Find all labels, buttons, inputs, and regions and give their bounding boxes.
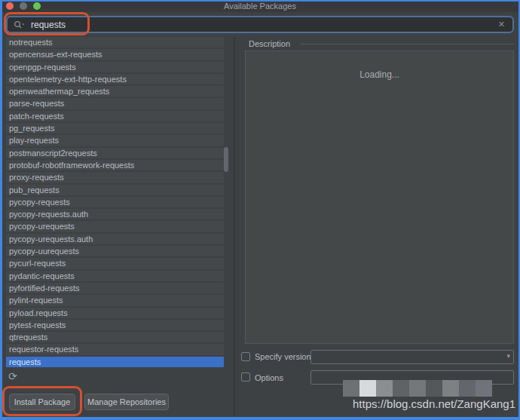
list-item[interactable]: pycopy-requests bbox=[6, 197, 224, 207]
list-item[interactable]: opentelemetry-ext-http-requests bbox=[6, 74, 224, 84]
clear-search-icon[interactable]: ✕ bbox=[497, 20, 506, 29]
list-item[interactable]: pub_requests bbox=[6, 185, 224, 195]
list-item[interactable]: requests bbox=[6, 357, 224, 367]
mosaic-block bbox=[343, 380, 359, 397]
list-item[interactable]: opencensus-ext-requests bbox=[6, 49, 224, 60]
watermark-mosaic bbox=[343, 380, 492, 397]
manage-repositories-button[interactable]: Manage Repositories bbox=[84, 394, 169, 410]
list-item[interactable]: play-requests bbox=[6, 135, 224, 146]
title-bar: Available Packages bbox=[0, 0, 520, 12]
description-header-line bbox=[300, 44, 514, 44]
mosaic-block bbox=[393, 380, 409, 397]
mosaic-block bbox=[409, 380, 426, 397]
minimize-button[interactable] bbox=[20, 2, 27, 10]
panel-splitter[interactable] bbox=[234, 37, 235, 415]
mosaic-block bbox=[376, 380, 393, 397]
description-panel: Loading... bbox=[245, 51, 514, 344]
list-item[interactable]: pydantic-requests bbox=[6, 271, 224, 281]
list-item[interactable]: pycopy-urequests bbox=[6, 221, 224, 231]
list-item[interactable]: pytest-requests bbox=[6, 320, 224, 330]
zoom-button[interactable] bbox=[33, 2, 41, 10]
list-item[interactable]: pycopy-requests.auth bbox=[6, 209, 224, 219]
list-item[interactable]: qtrequests bbox=[6, 332, 224, 342]
options-label: Options bbox=[255, 373, 283, 382]
list-item[interactable]: postmanscript2requests bbox=[6, 148, 224, 158]
list-item[interactable]: pylint-requests bbox=[6, 295, 224, 305]
mosaic-block bbox=[359, 380, 376, 397]
mosaic-block bbox=[459, 380, 476, 397]
list-item[interactable]: openpgp-requests bbox=[6, 62, 224, 72]
list-scrollbar-thumb[interactable] bbox=[224, 147, 228, 172]
list-item[interactable]: pyload.requests bbox=[6, 308, 224, 318]
search-input[interactable] bbox=[31, 20, 497, 30]
list-item[interactable]: protobuf-robotframework-requests bbox=[6, 160, 224, 170]
mosaic-block bbox=[442, 380, 459, 397]
close-button[interactable] bbox=[6, 2, 14, 10]
mosaic-block bbox=[426, 380, 442, 397]
refresh-icon[interactable]: ⟳ bbox=[8, 371, 17, 382]
list-item[interactable]: pycopy-urequests.auth bbox=[6, 234, 224, 244]
annotation-search-highlight bbox=[4, 12, 90, 35]
list-item[interactable]: notrequests bbox=[6, 37, 224, 48]
annotation-install-highlight bbox=[2, 386, 82, 416]
list-item[interactable]: pycopy-uurequests bbox=[6, 246, 224, 256]
list-item[interactable]: requestor-requests bbox=[6, 344, 224, 354]
window-title: Available Packages bbox=[0, 0, 520, 12]
specify-version-checkbox[interactable] bbox=[241, 352, 250, 361]
list-item[interactable]: patch-requests bbox=[6, 111, 224, 121]
version-combo-input[interactable] bbox=[310, 350, 514, 364]
list-item[interactable]: parse-requests bbox=[6, 98, 224, 109]
description-header: Description bbox=[249, 39, 290, 48]
list-item[interactable]: pycurl-requests bbox=[6, 258, 224, 268]
version-combobox[interactable]: ▾ bbox=[310, 350, 514, 364]
watermark-text: https://blog.csdn.net/ZangKang1 bbox=[353, 397, 515, 410]
mosaic-block bbox=[476, 380, 492, 397]
options-checkbox[interactable] bbox=[241, 372, 250, 382]
list-item[interactable]: pyfortified-requests bbox=[6, 283, 224, 293]
list-item[interactable]: openweathermap_requests bbox=[6, 86, 224, 97]
specify-version-label: Specify version bbox=[255, 352, 311, 361]
list-item[interactable]: proxy-requests bbox=[6, 172, 224, 182]
list-item[interactable]: pg_requests bbox=[6, 123, 224, 133]
loading-text: Loading... bbox=[246, 51, 513, 80]
package-list: notrequestsopencensus-ext-requestsopenpg… bbox=[6, 37, 224, 369]
